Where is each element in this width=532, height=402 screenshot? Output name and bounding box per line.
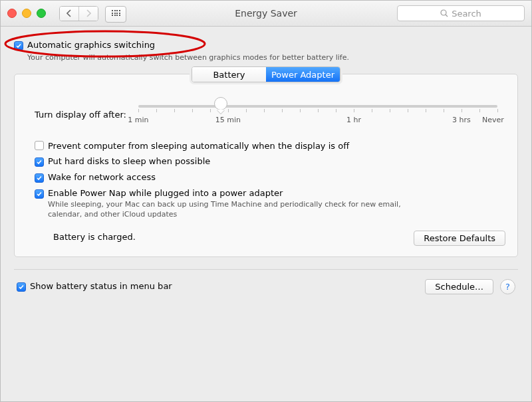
- content-area: Automatic graphics switching Your comput…: [1, 27, 531, 308]
- slider-tick-marks: [138, 109, 497, 113]
- checkbox-icon: [35, 141, 44, 150]
- slider-thumb-icon: [214, 97, 227, 110]
- search-field[interactable]: Search: [397, 5, 525, 21]
- wake-network-checkbox[interactable]: Wake for network access: [35, 172, 497, 183]
- schedule-button[interactable]: Schedule…: [425, 279, 493, 294]
- checkbox-icon: [35, 173, 44, 183]
- power-nap-description: While sleeping, your Mac can back up usi…: [48, 200, 420, 220]
- checkbox-icon: [35, 157, 44, 167]
- display-off-label: Turn display off after:: [35, 110, 126, 120]
- energy-saver-window: Energy Saver Search Automatic graphics s…: [0, 0, 532, 402]
- power-nap-row: Enable Power Nap while plugged into a po…: [35, 188, 497, 220]
- zoom-window-button[interactable]: [37, 9, 46, 18]
- toolbar-nav: [59, 6, 126, 21]
- automatic-graphics-switching-label: Automatic graphics switching: [27, 40, 155, 50]
- help-button[interactable]: ?: [500, 279, 515, 294]
- forward-button[interactable]: [79, 7, 98, 21]
- footer: Show battery status in menu bar Schedule…: [14, 269, 518, 294]
- power-nap-checkbox[interactable]: Enable Power Nap while plugged into a po…: [35, 188, 283, 198]
- tab-power-adapter[interactable]: Power Adapter: [266, 67, 340, 82]
- option-list: Prevent computer from sleeping automatic…: [35, 141, 497, 220]
- window-controls: [7, 9, 46, 18]
- titlebar: Energy Saver Search: [1, 1, 531, 27]
- checkbox-icon: [35, 189, 44, 199]
- automatic-graphics-switching-description: Your computer will automatically switch …: [27, 53, 518, 62]
- display-off-slider-row: Turn display off after: 1 min: [35, 102, 497, 126]
- display-off-slider[interactable]: 1 min 15 min 1 hr 3 hrs Never: [138, 102, 497, 126]
- show-all-button[interactable]: [105, 6, 126, 23]
- chevron-left-icon: [66, 9, 72, 17]
- tab-bar: Battery Power Adapter: [192, 66, 340, 82]
- minimize-window-button[interactable]: [22, 9, 31, 18]
- search-icon: [440, 9, 448, 17]
- svg-line-1: [446, 15, 448, 17]
- nav-segmented: [59, 6, 98, 21]
- search-placeholder: Search: [452, 9, 481, 19]
- automatic-graphics-switching-row: Automatic graphics switching Your comput…: [14, 40, 518, 62]
- back-button[interactable]: [60, 7, 79, 21]
- chevron-right-icon: [86, 9, 91, 17]
- slider-tick-labels: 1 min 15 min 1 hr 3 hrs Never: [138, 116, 497, 126]
- grid-icon: [112, 10, 120, 18]
- svg-point-0: [441, 10, 446, 15]
- checkbox-icon: [14, 41, 23, 50]
- tab-battery[interactable]: Battery: [192, 67, 266, 82]
- panel-inner: Turn display off after: 1 min: [15, 82, 517, 220]
- settings-panel: Battery Power Adapter Turn display off a…: [14, 74, 518, 257]
- restore-defaults-button[interactable]: Restore Defaults: [414, 231, 505, 246]
- show-battery-status-checkbox[interactable]: Show battery status in menu bar: [17, 281, 172, 292]
- close-window-button[interactable]: [7, 9, 17, 18]
- hard-disks-sleep-checkbox[interactable]: Put hard disks to sleep when possible: [35, 156, 497, 167]
- battery-status-text: Battery is charged.: [53, 232, 136, 242]
- help-icon: ?: [505, 282, 510, 292]
- prevent-sleep-checkbox[interactable]: Prevent computer from sleeping automatic…: [35, 141, 497, 151]
- checkbox-icon: [17, 282, 26, 292]
- automatic-graphics-switching-checkbox[interactable]: Automatic graphics switching: [14, 40, 155, 50]
